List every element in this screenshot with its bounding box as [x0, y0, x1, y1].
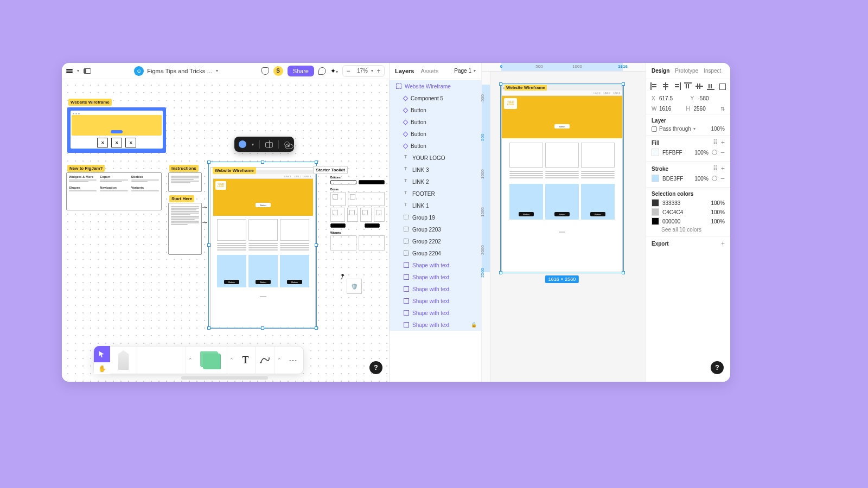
y-input[interactable]: -580	[698, 95, 709, 101]
more-tools[interactable]: ⋯	[284, 346, 303, 374]
zoom-out-button[interactable]: −	[343, 66, 354, 76]
stroke-swatch[interactable]	[652, 175, 659, 182]
h-input[interactable]: 2560	[694, 106, 706, 112]
add-export-button[interactable]: +	[721, 240, 725, 247]
layer-item[interactable]: Button	[390, 128, 481, 140]
starter-toolkit[interactable]: Buttons Boxes Widgets	[330, 167, 385, 254]
hero-thumbnail[interactable]	[67, 107, 166, 153]
layer-item[interactable]: LINK 2	[390, 176, 481, 188]
hand-tool[interactable]: ✋	[94, 362, 110, 374]
chevron-down-icon[interactable]: ▾	[77, 68, 79, 73]
layer-item[interactable]: Shape with text	[390, 307, 481, 319]
chevron-up-icon[interactable]: ⌃	[186, 357, 195, 363]
stroke-hex-input[interactable]: BDE3FF	[662, 176, 691, 182]
sticky-label[interactable]: Website Wireframe	[68, 99, 112, 106]
page-selector[interactable]: Page 1▾	[454, 68, 476, 74]
constrain-proportions-icon[interactable]: ⇅	[720, 106, 725, 112]
layer-item[interactable]: Shape with text🔒	[390, 319, 481, 331]
zoom-in-button[interactable]: +	[373, 66, 384, 76]
select-tool[interactable]: ✋	[94, 346, 110, 374]
align-bottom-icon[interactable]	[707, 82, 714, 90]
remove-fill-button[interactable]: −	[720, 150, 725, 155]
sticky-tool[interactable]	[195, 346, 227, 374]
selection-outline[interactable]	[500, 84, 624, 273]
help-button[interactable]: ?	[369, 361, 382, 374]
color-row[interactable]: 333333100%	[652, 199, 725, 207]
w-input[interactable]: 1616	[659, 106, 671, 112]
connector-tool[interactable]	[256, 346, 275, 374]
style-icon[interactable]: ⠿	[713, 165, 718, 172]
user-avatar[interactable]: S	[273, 66, 283, 76]
layer-item[interactable]: Component 5	[390, 92, 481, 104]
start-here-card[interactable]	[168, 203, 202, 255]
zoom-control[interactable]: − 17% ▾ +	[342, 65, 385, 77]
blend-mode-select[interactable]: Pass through	[659, 126, 691, 132]
layer-item[interactable]: Group 2204	[390, 247, 481, 259]
style-icon[interactable]: ⠿	[713, 139, 718, 146]
layer-item[interactable]: Group 19	[390, 211, 481, 223]
remove-stroke-button[interactable]: −	[720, 176, 725, 181]
figma-canvas[interactable]: 0 500 1000 1616 -500 500 1000 1500 2000 …	[482, 63, 646, 382]
layer-item[interactable]: Shape with text	[390, 271, 481, 283]
widget-thumbnail[interactable]: 🛡️	[347, 279, 362, 294]
rename-icon[interactable]	[265, 140, 273, 148]
tab-design[interactable]: Design	[652, 68, 669, 74]
layer-item[interactable]: LINK 1	[390, 200, 481, 211]
color-swatch[interactable]	[652, 208, 659, 216]
lock-icon[interactable]: 🔒	[471, 322, 477, 328]
color-row[interactable]: C4C4C4100%	[652, 208, 725, 216]
file-title[interactable]: ☺ Figma Tips and Tricks … ▾	[95, 66, 257, 76]
add-fill-button[interactable]: +	[721, 139, 725, 146]
instructions-card[interactable]	[168, 172, 202, 192]
stroke-opacity-input[interactable]: 100%	[694, 176, 709, 182]
text-tool[interactable]: T	[236, 346, 256, 374]
visibility-icon[interactable]	[712, 150, 717, 155]
align-left-icon[interactable]	[650, 82, 658, 90]
shape-color-swatch[interactable]	[239, 140, 246, 148]
distribute-icon[interactable]	[718, 82, 726, 90]
panel-toggle-icon[interactable]	[84, 68, 91, 74]
figma-menu-icon[interactable]	[66, 68, 73, 74]
align-right-icon[interactable]	[673, 82, 681, 90]
marker-tool[interactable]	[110, 346, 137, 374]
chevron-down-icon[interactable]: ▾	[216, 68, 218, 73]
share-button[interactable]: Share	[288, 66, 314, 76]
x-input[interactable]: 617.5	[659, 95, 673, 101]
blend-mode-icon[interactable]	[652, 126, 657, 132]
layer-item[interactable]: Button	[390, 116, 481, 128]
chevron-down-icon[interactable]: ▾	[252, 142, 254, 147]
figjam-canvas[interactable]: Website Wireframe New to FigJam? Widgets…	[62, 79, 389, 382]
layer-item[interactable]: Shape with text	[390, 259, 481, 271]
selection-outline[interactable]	[208, 162, 317, 329]
layer-item[interactable]: YOUR LOGO	[390, 152, 481, 164]
sticky-label[interactable]: Website Wireframe	[213, 167, 256, 174]
color-swatch[interactable]	[652, 217, 659, 225]
tab-assets[interactable]: Assets	[420, 68, 438, 74]
frame-label[interactable]: Website Wireframe	[505, 85, 547, 91]
layer-item[interactable]: Button	[390, 104, 481, 116]
tab-inspect[interactable]: Inspect	[704, 68, 721, 74]
sticky-label[interactable]: Start Here	[169, 195, 194, 202]
layer-item[interactable]: Website Wireframe	[390, 80, 481, 92]
layer-item[interactable]: Shape with text	[390, 295, 481, 307]
layers-list[interactable]: Website WireframeComponent 5ButtonButton…	[390, 79, 481, 382]
headphones-icon[interactable]	[261, 67, 269, 75]
layer-item[interactable]: Shape with text	[390, 283, 481, 295]
chevron-up-icon[interactable]: ⌃	[227, 357, 236, 363]
opacity-input[interactable]: 100%	[711, 126, 725, 132]
align-v-center-icon[interactable]	[695, 82, 703, 90]
layer-item[interactable]: Group 2203	[390, 223, 481, 235]
chevron-down-icon[interactable]: ▾	[693, 126, 695, 131]
layer-item[interactable]: FOOTER	[390, 188, 481, 200]
sticky-label[interactable]: New to FigJam?	[67, 165, 105, 172]
add-stroke-button[interactable]: +	[721, 165, 725, 172]
layer-item[interactable]: Group 2202	[390, 235, 481, 247]
fill-hex-input[interactable]: F5FBFF	[662, 150, 691, 156]
chevron-up-icon[interactable]: ⌃	[275, 357, 284, 363]
horizontal-scrollbar[interactable]	[181, 376, 268, 380]
sparkle-icon[interactable]: ✦▾	[330, 67, 338, 75]
align-top-icon[interactable]	[684, 82, 692, 90]
help-button[interactable]: ?	[711, 361, 724, 374]
color-row[interactable]: 000000100%	[652, 217, 725, 225]
fill-opacity-input[interactable]: 100%	[694, 150, 709, 156]
